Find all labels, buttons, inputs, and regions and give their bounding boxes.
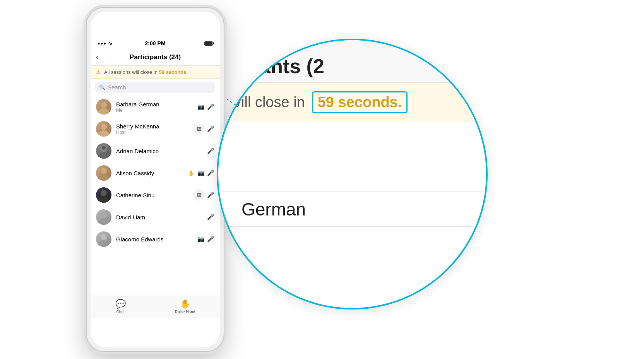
zoom-row-2 (218, 157, 486, 192)
svg-point-6 (98, 152, 109, 159)
search-icon: 🔍 (99, 84, 105, 90)
participant-info: Adrian Delamico (116, 148, 207, 154)
alert-text-before: All sessions will close in (104, 69, 159, 75)
participants-list: Barbara German Me 📷 🎤 Sherry McKenna (91, 96, 220, 295)
svg-point-7 (102, 146, 106, 150)
participant-name: Giacomo Edwards (116, 236, 197, 243)
mute-icon: 🎤 (207, 214, 214, 221)
zoom-alert-before: vill close in (234, 94, 305, 111)
list-item[interactable]: Giacomo Edwards 📷 🎤 (91, 228, 220, 250)
video-icon: 📷 (197, 169, 205, 176)
list-item[interactable]: Adrian Delamico 🎤 (91, 140, 220, 162)
zoom-row-1 (218, 122, 486, 157)
participant-role: Me (116, 108, 197, 113)
chat-icon: 💬 (115, 299, 126, 309)
mute-icon: 🎤 (207, 169, 214, 176)
mute-icon: 🎤 (207, 125, 214, 132)
raise-hand-icon: ✋ (180, 299, 190, 309)
participant-icons: 🎤 (207, 214, 214, 221)
mute-icon: 🎤 (207, 191, 214, 198)
participant-icons: 🎤 (207, 147, 214, 154)
zoom-row-3: German (218, 192, 486, 227)
status-time: 2:00 PM (145, 40, 166, 46)
svg-point-13 (98, 219, 109, 225)
back-button[interactable]: ‹ (96, 52, 99, 62)
video-icon: 📷 (197, 236, 205, 243)
tab-bar: 💬 Chat ✋ Raise Hand (91, 295, 220, 318)
svg-point-3 (101, 124, 107, 130)
zoom-highlight-box: 59 seconds. (312, 91, 408, 113)
svg-point-1 (101, 102, 107, 108)
svg-point-15 (98, 241, 109, 247)
participant-name: Sherry McKenna (116, 123, 193, 130)
list-item[interactable]: Alison Cassidy ✋ 📷 🎤 (91, 162, 220, 184)
zoom-name-text: German (242, 199, 306, 220)
participant-info: David Liam (116, 214, 207, 221)
svg-point-9 (98, 174, 109, 181)
participant-name: Adrian Delamico (116, 148, 207, 154)
nav-bar: ‹ Participants (24) (91, 49, 220, 66)
participant-icons: ✋ 📷 🎤 (188, 169, 214, 176)
participant-info: Alison Cassidy (116, 170, 188, 176)
mute-icon: 🎤 (207, 236, 214, 243)
hand-raised-icon: ✋ (188, 170, 194, 176)
nav-title: Participants (24) (130, 53, 181, 61)
zoom-header: ipants (2 (218, 40, 486, 83)
svg-point-8 (101, 168, 107, 174)
screen-content: ●●● ∿ 2:00 PM ‹ Participants (24) ⚠ All … (91, 38, 220, 318)
participant-icons: 📷 🎤 (197, 236, 214, 243)
list-item[interactable]: Sherry McKenna Host 🖼 🎤 (91, 118, 220, 140)
participant-role: Host (116, 130, 193, 135)
phone-screen: ●●● ∿ 2:00 PM ‹ Participants (24) ⚠ All … (91, 12, 220, 347)
zoom-content: ipants (2 vill close in 59 seconds. Germ… (218, 40, 486, 308)
avatar (96, 165, 111, 181)
svg-point-11 (98, 197, 109, 203)
search-bar: 🔍 Search (91, 79, 220, 96)
participant-info: Barbara German Me (116, 101, 197, 113)
tab-raise-hand[interactable]: ✋ Raise Hand (175, 299, 195, 314)
alert-banner: ⚠ All sessions will close in 59 seconds. (91, 66, 220, 79)
participant-icons: 🖼 🎤 (193, 123, 214, 135)
participant-icons: 📷 🎤 (197, 103, 214, 110)
zoom-header-text: ipants (2 (242, 55, 324, 78)
avatar (96, 99, 111, 115)
participant-name: Alison Cassidy (116, 170, 188, 176)
alert-text: All sessions will close in 59 seconds. (104, 69, 188, 75)
list-item[interactable]: Catherine Sinu 🖼 🎤 (91, 184, 220, 206)
avatar (96, 143, 111, 159)
participant-name: David Liam (116, 214, 207, 221)
zoom-alert-row: vill close in 59 seconds. (218, 83, 486, 122)
mute-icon: 🎤 (207, 103, 214, 110)
avatar (96, 121, 111, 137)
chat-label: Chat (116, 310, 125, 314)
image-icon: 🖼 (193, 189, 205, 201)
list-item[interactable]: Barbara German Me 📷 🎤 (91, 96, 220, 118)
list-item[interactable]: David Liam 🎤 (91, 206, 220, 228)
video-icon: 📷 (197, 103, 205, 110)
participant-info: Giacomo Edwards (116, 236, 197, 243)
alert-highlight: 59 seconds. (159, 69, 188, 75)
svg-point-4 (98, 130, 109, 137)
participant-icons: 🖼 🎤 (193, 189, 214, 201)
signal-strength: ●●● ∿ (98, 41, 112, 46)
search-input-wrap[interactable]: 🔍 Search (95, 82, 215, 93)
warning-icon: ⚠ (96, 69, 101, 75)
zoom-alert-highlight: 59 seconds. (318, 94, 402, 110)
avatar (96, 231, 111, 247)
svg-point-12 (101, 212, 107, 218)
avatar (96, 209, 111, 225)
status-bar: ●●● ∿ 2:00 PM (91, 38, 220, 49)
svg-point-2 (98, 108, 109, 115)
svg-point-14 (101, 234, 107, 240)
search-placeholder: Search (108, 84, 126, 91)
participant-name: Catherine Sinu (116, 192, 193, 198)
participant-name: Barbara German (116, 101, 197, 108)
mute-icon: 🎤 (207, 147, 214, 154)
participant-info: Sherry McKenna Host (116, 123, 193, 135)
phone-shell: ●●● ∿ 2:00 PM ‹ Participants (24) ⚠ All … (86, 7, 224, 352)
participant-info: Catherine Sinu (116, 192, 193, 198)
avatar (96, 187, 111, 203)
zoom-circle: ipants (2 vill close in 59 seconds. Germ… (217, 39, 488, 309)
tab-chat[interactable]: 💬 Chat (115, 299, 126, 314)
svg-point-10 (101, 190, 107, 196)
